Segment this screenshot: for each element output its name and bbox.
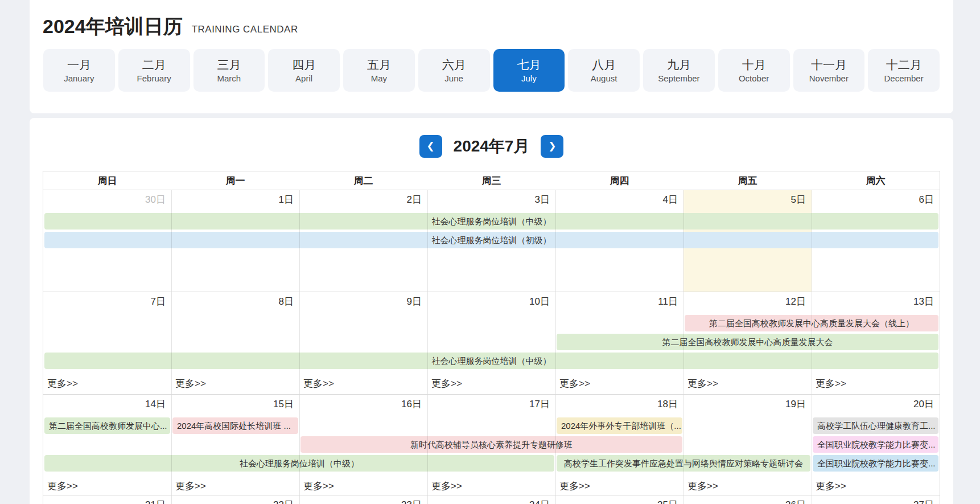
month-tab-label-en: April — [295, 72, 312, 85]
day-cell: 6日 — [812, 190, 940, 211]
month-tab-label-cn: 十月 — [742, 57, 766, 72]
date-row: 30日1日2日3日4日5日6日 — [43, 190, 940, 211]
month-tab-june[interactable]: 六月June — [418, 49, 490, 92]
month-tab-label-en: May — [371, 72, 387, 85]
month-tab-label-cn: 三月 — [217, 57, 241, 72]
calendar-card: ❮ 2024年7月 ❯ 周日周一周二周三周四周五周六 30日1日2日3日4日5日… — [30, 118, 953, 504]
day-cell: 15日 — [171, 395, 299, 415]
month-tab-label-cn: 八月 — [592, 57, 616, 72]
week-row: 7日8日9日10日11日12日13日第二届全国高校教师发展中心高质量发展大会（线… — [43, 292, 940, 395]
event-bar[interactable]: 社会心理服务岗位培训（中级） — [44, 353, 938, 369]
day-cell: 13日 — [812, 292, 940, 313]
day-cell: 17日 — [427, 395, 555, 415]
weekday-header: 周日 — [43, 171, 171, 190]
month-tab-february[interactable]: 二月February — [118, 49, 190, 92]
day-cell: 16日 — [299, 395, 427, 415]
day-cell: 7日 — [43, 292, 171, 313]
day-cell: 18日 — [555, 395, 683, 415]
calendar-nav: ❮ 2024年7月 ❯ — [43, 135, 940, 158]
day-cell: 10日 — [427, 292, 555, 313]
month-tab-november[interactable]: 十一月November — [793, 49, 865, 92]
event-bar[interactable]: 第二届全国高校教师发展中心高质量发展大会（线上） — [685, 315, 938, 331]
event-bar[interactable]: 全国职业院校教学能力比赛变... — [813, 455, 938, 472]
month-tab-july[interactable]: 七月July — [493, 49, 565, 92]
more-link[interactable]: 更多>> — [171, 377, 299, 391]
page-title: 2024年培训日历 — [43, 15, 183, 38]
month-tab-may[interactable]: 五月May — [343, 49, 415, 92]
chevron-left-icon: ❮ — [426, 135, 434, 158]
month-tab-label-en: January — [64, 72, 94, 85]
month-tab-label-cn: 五月 — [367, 57, 391, 72]
event-bar[interactable]: 高校学生工作突发事件应急处置与网络舆情应对策略专题研讨会 — [557, 455, 810, 472]
more-link[interactable]: 更多>> — [299, 377, 427, 391]
day-cell: 2日 — [299, 190, 427, 211]
more-link[interactable]: 更多>> — [683, 377, 812, 391]
day-cell: 21日 — [43, 495, 171, 504]
more-link[interactable]: 更多>> — [683, 480, 812, 493]
week-row: 14日15日16日17日18日19日20日第二届全国高校教师发展中心...202… — [43, 395, 940, 495]
event-bar[interactable]: 社会心理服务岗位培训（初级） — [44, 232, 938, 248]
event-bar[interactable]: 第二届全国高校教师发展中心... — [44, 417, 170, 434]
event-bar[interactable]: 全国职业院校教学能力比赛变... — [813, 436, 938, 453]
event-bar[interactable]: 新时代高校辅导员核心素养提升专题研修班 — [300, 436, 682, 453]
month-tab-label-cn: 一月 — [67, 57, 91, 72]
day-cell: 12日 — [683, 292, 812, 313]
day-cell: 14日 — [43, 395, 171, 415]
month-tab-label-cn: 七月 — [517, 57, 541, 72]
prev-month-button[interactable]: ❮ — [419, 135, 442, 158]
more-link[interactable]: 更多>> — [555, 480, 683, 493]
week-row: 21日22日23日24日25日26日27日 — [43, 495, 940, 504]
day-cell: 23日 — [299, 495, 427, 504]
month-tab-label-cn: 二月 — [142, 57, 166, 72]
month-tab-august[interactable]: 八月August — [568, 49, 640, 92]
month-tab-label-en: June — [444, 72, 463, 85]
calendar-table: 周日周一周二周三周四周五周六 30日1日2日3日4日5日6日社会心理服务岗位培训… — [43, 171, 940, 504]
date-row: 14日15日16日17日18日19日20日 — [43, 395, 940, 415]
month-tab-april[interactable]: 四月April — [268, 49, 340, 92]
event-bar[interactable]: 2024年外事外专干部培训班（... — [557, 417, 682, 434]
chevron-right-icon: ❯ — [548, 135, 556, 158]
title-row: 2024年培训日历 TRAINING CALENDAR — [30, 0, 953, 38]
day-cell: 26日 — [683, 495, 812, 504]
current-month-title: 2024年7月 — [454, 136, 530, 157]
day-cell-today: 5日 — [683, 190, 812, 211]
month-tab-october[interactable]: 十月October — [718, 49, 790, 92]
event-bar[interactable]: 社会心理服务岗位培训（中级） — [44, 455, 554, 472]
day-cell: 25日 — [555, 495, 683, 504]
month-tab-label-cn: 六月 — [442, 57, 466, 72]
page-subtitle: TRAINING CALENDAR — [192, 22, 298, 38]
month-tab-label-en: December — [884, 72, 924, 85]
month-tab-december[interactable]: 十二月December — [868, 49, 940, 92]
day-cell: 8日 — [171, 292, 299, 313]
month-tab-march[interactable]: 三月March — [193, 49, 265, 92]
more-link[interactable]: 更多>> — [427, 480, 555, 493]
date-row: 21日22日23日24日25日26日27日 — [43, 495, 940, 504]
more-link[interactable]: 更多>> — [299, 480, 427, 493]
event-bar[interactable]: 2024年高校国际处长培训班 ... — [172, 417, 298, 434]
more-link[interactable]: 更多>> — [171, 480, 299, 493]
event-bar[interactable]: 社会心理服务岗位培训（中级） — [44, 213, 938, 230]
event-bar[interactable]: 第二届全国高校教师发展中心高质量发展大会 — [557, 334, 938, 350]
more-link[interactable]: 更多>> — [812, 377, 940, 391]
week-row: 30日1日2日3日4日5日6日社会心理服务岗位培训（中级）社会心理服务岗位培训（… — [43, 190, 940, 292]
more-link[interactable]: 更多>> — [812, 480, 940, 493]
event-bar[interactable]: 高校学工队伍心理健康教育工... — [813, 417, 938, 434]
weekday-header: 周六 — [812, 171, 940, 190]
more-link[interactable]: 更多>> — [43, 377, 171, 391]
month-tab-september[interactable]: 九月September — [643, 49, 715, 92]
next-month-button[interactable]: ❯ — [541, 135, 563, 158]
more-link[interactable]: 更多>> — [555, 377, 683, 391]
month-tab-label-cn: 十二月 — [886, 57, 922, 72]
weekday-header-row: 周日周一周二周三周四周五周六 — [43, 171, 940, 190]
day-cell: 9日 — [299, 292, 427, 313]
more-link[interactable]: 更多>> — [427, 377, 555, 391]
month-tab-label-en: February — [137, 72, 171, 85]
month-tab-january[interactable]: 一月January — [43, 49, 115, 92]
month-tab-label-en: September — [658, 72, 699, 85]
weekday-header: 周一 — [171, 171, 299, 190]
more-link[interactable]: 更多>> — [43, 480, 171, 493]
date-row: 7日8日9日10日11日12日13日 — [43, 292, 940, 313]
weekday-header: 周五 — [683, 171, 812, 190]
day-cell: 20日 — [812, 395, 940, 415]
weekday-header: 周二 — [299, 171, 427, 190]
